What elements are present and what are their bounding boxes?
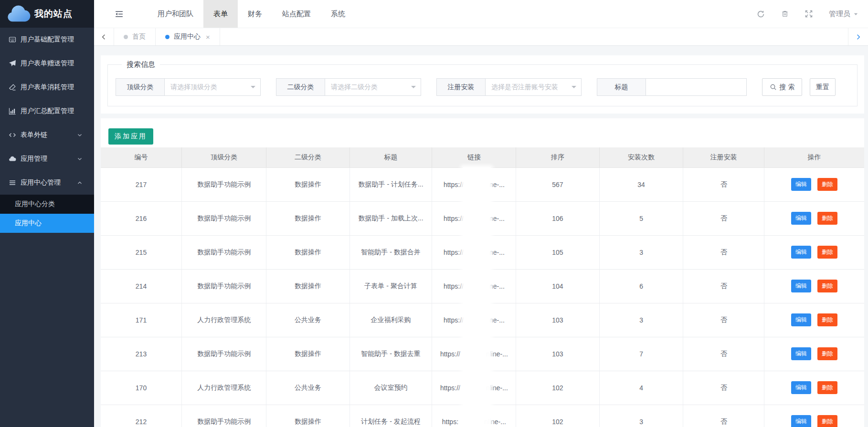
cell-sort: 106 <box>516 201 599 235</box>
edit-button[interactable]: 编辑 <box>791 347 811 360</box>
cell-registered: 否 <box>683 269 764 303</box>
filter-label: 二级分类 <box>276 78 325 96</box>
fullscreen-icon[interactable] <box>805 10 813 18</box>
delete-button[interactable]: 删除 <box>817 381 837 394</box>
title-input[interactable] <box>646 78 747 96</box>
cell-top_category: 人力行政管理系统 <box>181 371 266 405</box>
cell-sub_category: 数据操作 <box>266 269 349 303</box>
cell-link: https://nline-... <box>432 371 516 405</box>
link-prefix: https:// <box>444 215 464 222</box>
tab-1[interactable]: 应用中心× <box>156 28 220 45</box>
top-menu-item-2[interactable]: 财务 <box>238 0 272 28</box>
select-placeholder: 请选择顶级分类 <box>170 83 217 92</box>
link-prefix: https: <box>442 418 458 426</box>
cell-sort: 103 <box>516 303 599 337</box>
edit-button[interactable]: 编辑 <box>791 178 811 191</box>
brand-title: 我的站点 <box>34 8 73 20</box>
sidebar-item-0[interactable]: 用户基础配置管理 <box>0 28 94 52</box>
link-value: https:nline-... <box>432 417 516 426</box>
cell-link: https://ne-... <box>432 303 516 337</box>
edit-button[interactable]: 编辑 <box>791 313 811 326</box>
trash-icon[interactable] <box>781 10 789 18</box>
link-prefix: https:// <box>444 249 464 256</box>
delete-button[interactable]: 删除 <box>817 246 837 259</box>
caret-down-icon <box>572 86 576 91</box>
link-suffix: ne-... <box>489 181 505 188</box>
edit-button[interactable]: 编辑 <box>791 246 811 259</box>
link-suffix: nline-... <box>484 418 506 426</box>
cell-sort: 102 <box>516 405 599 427</box>
delete-button[interactable]: 删除 <box>817 313 837 326</box>
reset-button[interactable]: 重置 <box>810 78 836 96</box>
column-header-5: 排序 <box>516 147 599 167</box>
edit-button[interactable]: 编辑 <box>791 212 811 225</box>
column-header-4: 链接 <box>432 147 516 167</box>
refresh-icon[interactable] <box>757 10 765 18</box>
top-menu-item-3[interactable]: 站点配置 <box>272 0 321 28</box>
tab-0[interactable]: 首页 <box>114 28 156 45</box>
cell-installs: 3 <box>599 235 683 269</box>
edit-button[interactable]: 编辑 <box>791 381 811 394</box>
link-value: https://ne-... <box>432 214 516 223</box>
delete-button[interactable]: 删除 <box>817 347 837 360</box>
link-censored-blur <box>464 180 489 189</box>
cell-installs: 34 <box>599 167 683 201</box>
brand-logo[interactable]: 我的站点 <box>0 0 94 28</box>
link-prefix: https:// <box>444 282 464 290</box>
cell-sort: 102 <box>516 371 599 405</box>
delete-button[interactable]: 删除 <box>817 415 837 427</box>
sidebar-subitem-0[interactable]: 应用中心分类 <box>0 195 94 214</box>
collapse-menu-icon[interactable] <box>115 10 124 18</box>
cell-link: https://ne-... <box>432 201 516 235</box>
column-header-8: 操作 <box>764 147 864 167</box>
filter-select-1[interactable]: 请选择二级分类 <box>325 78 421 96</box>
sidebar-item-5[interactable]: 应用管理 <box>0 147 94 171</box>
apps-table: 编号顶级分类二级分类标题链接排序安装次数注册安装操作 217数据助手功能示例数据… <box>101 147 864 427</box>
cell-id: 213 <box>101 337 181 371</box>
tab-close-icon[interactable]: × <box>206 33 210 41</box>
tab-label: 首页 <box>132 32 146 41</box>
link-value: https://ne-... <box>432 282 516 291</box>
tabs-scroll-right-icon[interactable] <box>848 28 868 45</box>
search-button-label: 搜 索 <box>780 83 795 92</box>
cell-title: 计划任务 - 发起流程 <box>349 405 432 427</box>
sidebar-item-1[interactable]: 用户表单赠送管理 <box>0 52 94 75</box>
cell-installs: 3 <box>599 303 683 337</box>
cell-title: 智能助手 - 数据合并 <box>349 235 432 269</box>
form-grid-icon <box>9 36 16 43</box>
delete-button[interactable]: 删除 <box>817 280 837 292</box>
cell-actions: 编辑删除 <box>764 201 864 235</box>
top-menu-item-1[interactable]: 表单 <box>203 0 238 28</box>
column-header-3: 标题 <box>349 147 432 167</box>
delete-button[interactable]: 删除 <box>817 212 837 225</box>
delete-button[interactable]: 删除 <box>817 178 837 191</box>
user-menu[interactable]: 管理员 <box>829 10 858 19</box>
filter-group-0: 顶级分类请选择顶级分类 <box>116 78 261 96</box>
sidebar: 我的站点 用户基础配置管理用户表单赠送管理用户表单消耗管理用户汇总配置管理表单外… <box>0 0 94 427</box>
sidebar-item-6[interactable]: 应用中心管理 <box>0 171 94 195</box>
cloud-icon <box>9 155 16 163</box>
search-button[interactable]: 搜 索 <box>762 78 802 96</box>
cell-id: 217 <box>101 167 181 201</box>
sidebar-item-4[interactable]: 表单外链 <box>0 123 94 147</box>
column-header-1: 顶级分类 <box>181 147 266 167</box>
filter-select-0[interactable]: 请选择顶级分类 <box>164 78 261 96</box>
cell-registered: 否 <box>683 303 764 337</box>
edit-button[interactable]: 编辑 <box>791 415 811 427</box>
app-window: 我的站点 用户基础配置管理用户表单赠送管理用户表单消耗管理用户汇总配置管理表单外… <box>0 0 868 427</box>
tabs-scroll-left-icon[interactable] <box>94 28 114 45</box>
add-app-button[interactable]: 添加应用 <box>108 128 153 145</box>
filter-select-2[interactable]: 选择是否注册账号安装 <box>485 78 582 96</box>
sidebar-item-2[interactable]: 用户表单消耗管理 <box>0 75 94 99</box>
navbar-actions: 管理员 <box>757 10 868 19</box>
search-panel: 搜索信息 顶级分类请选择顶级分类二级分类请选择二级分类注册安装选择是否注册账号安… <box>101 55 864 114</box>
top-menu-item-0[interactable]: 用户和团队 <box>148 0 203 28</box>
link-censored-blur <box>464 316 489 324</box>
edit-button[interactable]: 编辑 <box>791 280 811 292</box>
sidebar-subitem-1[interactable]: 应用中心 <box>0 214 94 233</box>
cell-title: 智能助手 - 数据去重 <box>349 337 432 371</box>
cloud-logo-icon <box>7 5 31 22</box>
top-menu-item-4[interactable]: 系统 <box>321 0 355 28</box>
cell-registered: 否 <box>683 235 764 269</box>
sidebar-item-3[interactable]: 用户汇总配置管理 <box>0 99 94 123</box>
